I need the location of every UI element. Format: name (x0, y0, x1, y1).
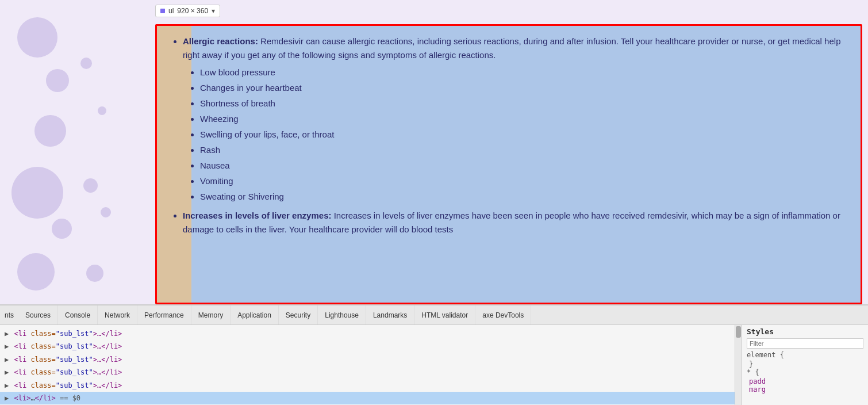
dom-line-2[interactable]: ▶ <li class="sub_lst">…</li> (0, 340, 735, 353)
tag-close: >…</li> (93, 356, 122, 364)
bg-circle (98, 106, 106, 115)
tab-network-label: Network (105, 311, 130, 319)
scrollbar-thumb[interactable] (736, 326, 741, 338)
allergic-symptoms-list: Low blood pressure Changes in your heart… (200, 64, 849, 204)
devtools-tab-bar: nts Sources Console Network Performance … (0, 305, 868, 325)
selected-element-highlight: Allergic reactions: Remdesivir can cause… (155, 24, 862, 304)
dom-line-4[interactable]: ▶ <li class="sub_lst">…</li> (0, 366, 735, 379)
tab-application-label: Application (237, 311, 271, 319)
tag: <li (14, 368, 30, 376)
attr-value: "sub_lst" (56, 330, 93, 338)
tag: <li (14, 342, 30, 350)
tab-memory[interactable]: Memory (191, 305, 231, 325)
tab-console[interactable]: Console (58, 305, 98, 325)
dom-line-1[interactable]: ▶ <li class="sub_lst">…</li> (0, 327, 735, 340)
attr-name: class= (30, 342, 55, 350)
tab-axe-devtools-label: axe DevTools (482, 311, 524, 319)
expand-icon: ▶ (5, 342, 9, 350)
tab-html-validator-label: HTML validator (421, 311, 468, 319)
bg-circle (11, 167, 63, 219)
tag: <li> (14, 394, 30, 402)
list-item-liver: Increases in levels of liver enzymes: In… (183, 209, 849, 236)
background-decoration (0, 0, 149, 288)
devtools-content: ▶ <li class="sub_lst">…</li> ▶ <li class… (0, 325, 868, 405)
tab-security-label: Security (286, 311, 310, 319)
expand-icon: ▶ (5, 394, 9, 402)
ellipsis: … (30, 394, 34, 402)
tab-elements-partial[interactable]: nts (0, 305, 18, 325)
attr-name: class= (30, 356, 55, 364)
tab-html-validator[interactable]: HTML validator (414, 305, 475, 325)
property-name: marg (749, 385, 766, 393)
tab-performance[interactable]: Performance (137, 305, 191, 325)
expand-icon: ▶ (5, 381, 9, 389)
styles-filter-input[interactable] (747, 338, 863, 349)
tab-application[interactable]: Application (231, 305, 279, 325)
expand-icon: ▶ (5, 356, 9, 364)
attr-value: "sub_lst" (56, 356, 93, 364)
bg-circle (80, 58, 92, 69)
expand-icon: ▶ (5, 330, 9, 338)
list-item: Vomiting (200, 173, 849, 189)
list-item: Swelling of your lips, face, or throat (200, 127, 849, 142)
bg-circle (101, 207, 111, 217)
property-name: padd (749, 377, 766, 385)
attr-name: class= (30, 381, 55, 389)
attr-value: "sub_lst" (56, 381, 93, 389)
bg-circle (34, 115, 66, 147)
allergic-reactions-text: Remdesivir can cause allergic reactions,… (183, 36, 840, 60)
margin-property-partial: marg (749, 385, 863, 393)
dom-tree-panel: ▶ <li class="sub_lst">…</li> ▶ <li class… (0, 325, 735, 405)
attr-value: "sub_lst" (56, 368, 93, 376)
content-inner: Allergic reactions: Remdesivir can cause… (166, 35, 849, 236)
tab-performance-label: Performance (144, 311, 184, 319)
tab-memory-label: Memory (198, 311, 223, 319)
equals-dollar: == $0 (60, 394, 80, 402)
star-selector-label: * { (747, 368, 863, 376)
bg-circle (86, 265, 103, 282)
attr-value: "sub_lst" (56, 342, 93, 350)
tab-security[interactable]: Security (279, 305, 318, 325)
tag-close: >…</li> (93, 330, 122, 338)
dom-line-3[interactable]: ▶ <li class="sub_lst">…</li> (0, 353, 735, 366)
dom-scrollbar[interactable] (735, 325, 742, 405)
expand-icon: ▶ (5, 368, 9, 376)
tab-network[interactable]: Network (98, 305, 137, 325)
list-item: Changes in your heartbeat (200, 80, 849, 95)
bg-circle (17, 17, 57, 58)
tab-lighthouse[interactable]: Lighthouse (318, 305, 366, 325)
styles-panel: Styles element { } * { padd marg (742, 325, 868, 405)
attr-name: class= (30, 330, 55, 338)
tab-sources[interactable]: Sources (18, 305, 58, 325)
tab-elements-label: nts (5, 311, 14, 319)
list-item: Shortness of breath (200, 95, 849, 111)
element-dimensions: 920 × 360 (177, 7, 208, 15)
tag-close: >…</li> (93, 381, 122, 389)
element-selector-label: element { (747, 351, 863, 359)
bg-circle (52, 219, 72, 239)
list-item: Rash (200, 142, 849, 158)
tab-landmarks[interactable]: Landmarks (366, 305, 414, 325)
dom-line-5[interactable]: ▶ <li class="sub_lst">…</li> (0, 379, 735, 392)
dom-line-6-selected[interactable]: ▶ <li>…</li> == $0 (0, 392, 735, 404)
bg-circle (83, 178, 98, 193)
dropdown-arrow-icon: ▾ (212, 7, 215, 15)
tag: <li (14, 381, 30, 389)
bg-circle (46, 69, 69, 92)
list-item: Wheezing (200, 111, 849, 127)
element-size-indicator: ul 920 × 360 ▾ (155, 5, 220, 17)
list-item-allergic: Allergic reactions: Remdesivir can cause… (183, 35, 849, 204)
padding-property-partial: padd (749, 377, 863, 385)
bg-circle (17, 253, 55, 291)
tab-sources-label: Sources (25, 311, 51, 319)
tag: <li (14, 356, 30, 364)
tab-axe-devtools[interactable]: axe DevTools (475, 305, 531, 325)
tab-landmarks-label: Landmarks (373, 311, 407, 319)
tag: <li (14, 330, 30, 338)
element-tag-label: ul (168, 7, 174, 15)
list-item: Nausea (200, 158, 849, 173)
tag-close: >…</li> (93, 368, 122, 376)
attr-name: class= (30, 368, 55, 376)
devtools-panel: nts Sources Console Network Performance … (0, 304, 868, 405)
element-close-brace: } (749, 360, 863, 368)
